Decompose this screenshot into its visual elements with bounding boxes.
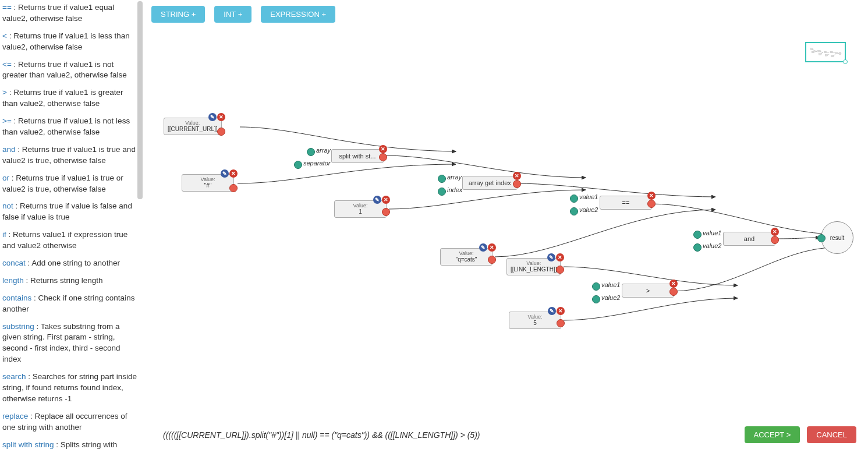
doc-term: replace	[2, 412, 28, 420]
graph-canvas[interactable]: ✎✕ Value: [[CURRENT_URL]] ✎✕ Value: "#" …	[151, 29, 868, 407]
output-port[interactable]	[669, 288, 678, 296]
input-port-value2[interactable]	[693, 243, 702, 252]
doc-item[interactable]: split with string : Splits string with d…	[2, 440, 140, 449]
accept-button[interactable]: ACCEPT >	[745, 426, 800, 443]
doc-term: <=	[2, 60, 12, 69]
doc-item[interactable]: not : Returns true if value is false and…	[2, 201, 140, 223]
node-equals[interactable]: ✕ == value1 value2	[600, 196, 652, 210]
doc-item[interactable]: == : Returns true if value1 equal value2…	[2, 2, 140, 24]
edit-icon[interactable]: ✎	[208, 113, 217, 121]
edit-icon[interactable]: ✎	[548, 307, 556, 315]
doc-item[interactable]: contains : Check if one string contains …	[2, 293, 140, 315]
delete-icon[interactable]: ✕	[647, 192, 656, 200]
input-port-array[interactable]	[307, 148, 315, 156]
port-label-separator: separator	[303, 160, 330, 167]
doc-term: and	[2, 145, 16, 154]
doc-item[interactable]: replace : Replace all occurrences of one…	[2, 411, 140, 433]
input-port-value2[interactable]	[592, 295, 600, 303]
output-port[interactable]	[556, 266, 564, 274]
node-array-get-index[interactable]: ✕ array get index array index	[462, 176, 518, 190]
input-port-value2[interactable]	[570, 207, 578, 215]
node-result[interactable]: result	[821, 221, 853, 254]
node-value-current-url[interactable]: ✎✕ Value: [[CURRENT_URL]]	[164, 118, 222, 135]
doc-item[interactable]: length : Returns string length	[2, 275, 140, 287]
input-port-array[interactable]	[438, 175, 446, 183]
doc-item[interactable]: if : Returns value1 if expression true a…	[2, 229, 140, 252]
edit-icon[interactable]: ✎	[479, 243, 487, 252]
doc-desc: : Returns true if value1 is true and val…	[2, 145, 136, 165]
doc-term: search	[2, 372, 26, 381]
port-label-value1: value1	[703, 229, 721, 236]
expression-readout: ((((([[CURRENT_URL]]).split("#"))[1] || …	[151, 430, 480, 440]
doc-term: ==	[2, 3, 12, 12]
doc-desc: : Returns value1 if expression true and …	[2, 230, 127, 250]
delete-icon[interactable]: ✕	[513, 172, 521, 180]
node-value: 1	[335, 208, 386, 217]
edit-icon[interactable]: ✎	[221, 169, 229, 178]
doc-item[interactable]: concat : Add one string to another	[2, 258, 140, 269]
port-label-value2: value2	[601, 294, 620, 301]
doc-item[interactable]: < : Returns true if value1 is less than …	[2, 31, 140, 53]
delete-icon[interactable]: ✕	[217, 113, 225, 121]
output-port[interactable]	[379, 153, 387, 161]
doc-desc: : Returns true if value1 is not greater …	[2, 60, 127, 80]
delete-icon[interactable]: ✕	[556, 253, 564, 261]
output-port[interactable]	[647, 200, 656, 208]
input-port-result[interactable]	[817, 234, 826, 242]
edit-icon[interactable]: ✎	[547, 253, 555, 261]
output-port[interactable]	[217, 128, 225, 136]
doc-desc: : Returns true if value is false and fal…	[2, 201, 132, 221]
input-port-index[interactable]	[438, 188, 446, 196]
scrollbar[interactable]	[137, 1, 143, 199]
output-port[interactable]	[229, 184, 238, 192]
edit-icon[interactable]: ✎	[373, 196, 381, 204]
output-port[interactable]	[488, 256, 496, 264]
sidebar-docs[interactable]: == : Returns true if value1 equal value2…	[0, 0, 146, 449]
doc-item[interactable]: > : Returns true if value1 is greater th…	[2, 87, 140, 109]
output-port[interactable]	[382, 208, 390, 216]
delete-icon[interactable]: ✕	[771, 228, 779, 236]
delete-icon[interactable]: ✕	[669, 280, 678, 288]
doc-item[interactable]: >= : Returns true if value1 is not less …	[2, 116, 140, 138]
add-string-button[interactable]: STRING +	[151, 6, 205, 23]
node-greater-than[interactable]: ✕ > value1 value2	[622, 284, 674, 298]
doc-term: concat	[2, 259, 26, 267]
node-split-with-string[interactable]: ✕ split with st... array separator	[331, 149, 384, 163]
toolbar: STRING + INT + EXPRESSION +	[151, 0, 868, 23]
graph-edges	[151, 29, 868, 407]
input-port-value1[interactable]	[570, 195, 578, 203]
node-value-one[interactable]: ✎✕ Value: 1	[334, 200, 387, 218]
add-int-button[interactable]: INT +	[214, 6, 251, 23]
node-op-label: split with st...	[332, 150, 383, 162]
node-value-hash[interactable]: ✎✕ Value: "#"	[182, 174, 234, 192]
cancel-button[interactable]: CANCEL	[807, 426, 856, 443]
doc-desc: : Add one string to another	[26, 259, 120, 267]
port-label-index: index	[447, 186, 462, 193]
input-port-value1[interactable]	[592, 282, 600, 291]
doc-desc: : Returns true if value1 is greater than…	[2, 88, 123, 108]
delete-icon[interactable]: ✕	[229, 169, 238, 178]
output-port[interactable]	[513, 180, 521, 188]
doc-item[interactable]: <= : Returns true if value1 is not great…	[2, 59, 140, 82]
node-op-label: array get index	[463, 176, 517, 189]
delete-icon[interactable]: ✕	[488, 243, 496, 252]
doc-item[interactable]: or : Returns true if value1 is true or v…	[2, 173, 140, 195]
doc-item[interactable]: substring : Takes substring from a given…	[2, 321, 140, 366]
doc-term: >=	[2, 116, 12, 125]
delete-icon[interactable]: ✕	[557, 307, 565, 315]
node-value-five[interactable]: ✎✕ Value: 5	[509, 312, 561, 329]
output-port[interactable]	[771, 236, 779, 244]
delete-icon[interactable]: ✕	[379, 145, 387, 153]
input-port-value1[interactable]	[693, 231, 702, 239]
node-value-link-length[interactable]: ✎✕ Value: [[LINK_LENGTH]]	[506, 258, 561, 275]
node-value-qcats[interactable]: ✎✕ Value: "q=cats"	[440, 248, 493, 266]
delete-icon[interactable]: ✕	[382, 196, 390, 204]
node-and[interactable]: ✕ and value1 value2	[723, 232, 775, 246]
output-port[interactable]	[557, 319, 565, 327]
add-expression-button[interactable]: EXPRESSION +	[261, 6, 335, 23]
doc-item[interactable]: search : Searches for string part inside…	[2, 372, 140, 405]
input-port-separator[interactable]	[294, 161, 302, 169]
node-value: 5	[509, 320, 561, 328]
result-label: result	[830, 235, 844, 241]
doc-item[interactable]: and : Returns true if value1 is true and…	[2, 144, 140, 167]
